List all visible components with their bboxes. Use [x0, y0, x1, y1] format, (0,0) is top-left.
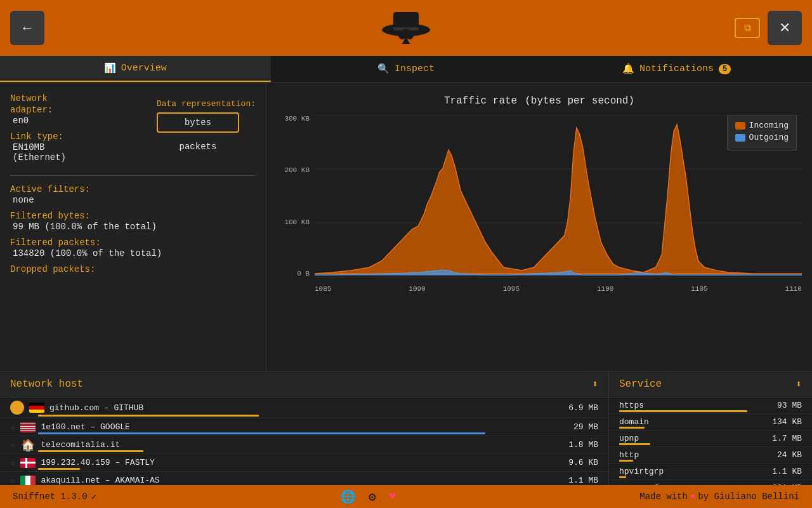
svg-point-5 [406, 30, 414, 39]
host-bar-container-2 [38, 432, 564, 434]
dropped-packets-row: Dropped packets: [10, 264, 256, 275]
hosts-panel-title: Network host [10, 378, 83, 390]
flag-dk-4 [20, 458, 36, 468]
service-bar-upnp [619, 443, 650, 445]
main-body: Network adapter: en0 Link type: EN10MB (… [0, 83, 812, 371]
x-label-1105: 1105 [691, 285, 707, 293]
packets-button[interactable]: packets [157, 137, 239, 157]
dropped-packets-label: Dropped packets: [10, 264, 95, 274]
service-row: hpvirtgrp 1.1 KB [609, 464, 812, 480]
service-row: http 24 KB [609, 447, 812, 464]
host-bar-4 [38, 468, 80, 470]
close-icon: ✕ [779, 20, 790, 36]
globe-icon[interactable]: 🌐 [340, 489, 356, 505]
link-type-value: EN10MB (Ethernet) [13, 142, 81, 163]
header-right: ⧉ ✕ [735, 11, 802, 45]
host-bar-container-1 [38, 415, 564, 417]
service-name-http: http [619, 450, 777, 460]
service-bar-container-hpvirtgrp [619, 476, 761, 478]
x-label-1095: 1095 [503, 285, 520, 293]
host-row: ☆ 🏠 telecomitalia.it 1.8 MB [0, 436, 608, 454]
left-panel: Network adapter: en0 Link type: EN10MB (… [0, 83, 266, 371]
made-with-label: Made with [639, 491, 688, 502]
service-bar-domain [619, 427, 645, 429]
chart-plot [315, 115, 802, 277]
filtered-bytes-label: Filtered bytes: [10, 211, 90, 221]
chart-subtitle: (bytes per second) [525, 95, 634, 107]
services-sort-icon[interactable]: ⬍ [796, 378, 802, 391]
star-icon-2[interactable]: ☆ [10, 422, 15, 432]
service-bar-container-domain [619, 427, 761, 429]
hosts-panel-header: Network host ⬍ [0, 371, 608, 398]
host-row: ☆ 1e100.net – GOOGLE 29 MB [0, 418, 608, 436]
tab-notifications[interactable]: 🔔 Notifications 5 [541, 56, 812, 82]
flag-de-1 [29, 403, 44, 413]
back-button[interactable]: ← [10, 11, 44, 45]
host-name-3: telecomitalia.it [41, 440, 563, 450]
network-info-left: Network adapter: en0 Link type: EN10MB (… [10, 93, 81, 168]
github-icon[interactable]: ⚙ [369, 489, 376, 505]
tab-overview[interactable]: 📊 Overview [0, 56, 271, 82]
star-icon-5[interactable]: ☆ [10, 475, 15, 486]
data-repr: Data representation: bytes packets [157, 99, 256, 161]
active-filters-value: none [13, 195, 256, 205]
service-size-http: 24 KB [777, 450, 802, 460]
host-size-1: 6.9 MB [568, 403, 598, 413]
footer-center: 🌐 ⚙ ♥ [340, 489, 396, 505]
x-axis: 1085 1090 1095 1100 1105 1110 [315, 283, 802, 293]
service-name-https: https [619, 401, 777, 410]
logo-icon [381, 6, 431, 50]
x-label-1100: 1100 [597, 285, 613, 293]
host-size-2: 29 MB [573, 422, 598, 432]
service-bar-container-upnp [619, 443, 761, 445]
app-name: Sniffnet 1.3.0 [13, 491, 88, 502]
host-row: ☆ 199.232.40.159 – FASTLY 9.6 KB [0, 454, 608, 472]
bytes-button[interactable]: bytes [157, 112, 239, 133]
chart-area: Traffic rate (bytes per second) Incoming… [266, 83, 812, 371]
heart-icon[interactable]: ♥ [389, 489, 396, 505]
tab-overview-label: Overview [121, 63, 167, 74]
link-type-row: Link type: EN10MB (Ethernet) [10, 131, 81, 163]
host-size-5: 1.1 MB [568, 476, 598, 485]
filtered-bytes-value: 99 MB (100.0% of the total) [13, 222, 256, 232]
y-label-300: 300 KB [284, 115, 310, 123]
star-icon-3[interactable]: ☆ [10, 439, 15, 450]
chart-container: Incoming Outgoing 300 KB 200 KB 100 KB 0… [277, 115, 802, 293]
link-type-label: Link type: [10, 131, 63, 142]
host-row: ★ github.com – GITHUB 6.9 MB [0, 398, 608, 418]
tab-inspect[interactable]: 🔍 Inspect [271, 56, 542, 82]
pip-icon[interactable]: ⧉ [735, 18, 760, 38]
chart-title-text: Traffic rate [444, 95, 517, 107]
bell-icon: 🔔 [622, 63, 634, 75]
star-icon-4[interactable]: ☆ [10, 457, 15, 468]
tab-bar: 📊 Overview 🔍 Inspect 🔔 Notifications 5 [0, 56, 812, 83]
network-adapter-row: Network adapter: en0 [10, 93, 81, 126]
footer: Sniffnet 1.3.0 ✓ 🌐 ⚙ ♥ Made with ♥ by Gi… [0, 485, 812, 508]
service-size-upnp: 1.7 MB [772, 434, 802, 443]
app-logo [381, 6, 431, 50]
host-bar-container-4 [38, 468, 564, 470]
flag-it-5 [20, 476, 36, 486]
service-name-domain: domain [619, 417, 772, 427]
x-label-1090: 1090 [409, 285, 425, 293]
service-bar-container-https [619, 410, 761, 412]
service-bar-hpvirtgrp [619, 476, 626, 478]
chart-icon: 📊 [104, 62, 116, 74]
y-label-100: 100 KB [284, 218, 310, 226]
service-size-domain: 134 KB [772, 417, 802, 427]
star-icon-1[interactable]: ★ [10, 401, 24, 415]
active-filters-row: Active filters: none [10, 184, 256, 205]
active-filters-label: Active filters: [10, 184, 90, 194]
header: ← ⧉ ✕ [0, 0, 812, 56]
hosts-sort-icon[interactable]: ⬍ [592, 378, 598, 391]
footer-left: Sniffnet 1.3.0 ✓ [13, 491, 96, 502]
filtered-bytes-row: Filtered bytes: 99 MB (100.0% of the tot… [10, 210, 256, 232]
host-size-4: 9.6 KB [568, 458, 598, 467]
data-repr-label: Data representation: [157, 99, 256, 109]
services-panel-header: Service ⬍ [609, 371, 812, 398]
chart-title: Traffic rate (bytes per second) [277, 93, 802, 107]
close-button[interactable]: ✕ [768, 11, 802, 45]
tab-notifications-label: Notifications [639, 64, 714, 74]
host-size-3: 1.8 MB [568, 440, 598, 450]
service-size-https: 93 MB [777, 401, 802, 410]
